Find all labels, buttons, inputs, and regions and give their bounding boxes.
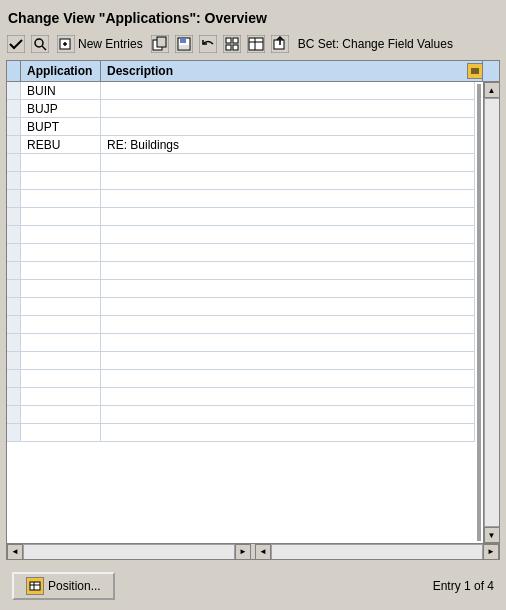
toolbar: New Entries [6, 32, 500, 60]
cell-description[interactable] [101, 406, 475, 423]
table-row[interactable] [7, 298, 475, 316]
cell-description[interactable] [101, 172, 475, 189]
table-row[interactable] [7, 172, 475, 190]
cell-application[interactable] [21, 244, 101, 261]
cell-application[interactable]: BUIN [21, 82, 101, 99]
cell-description[interactable] [101, 334, 475, 351]
cell-application[interactable] [21, 226, 101, 243]
cell-description[interactable] [101, 118, 475, 135]
find-icon[interactable] [30, 34, 50, 54]
cell-description[interactable] [101, 190, 475, 207]
row-selector [7, 208, 21, 225]
cell-application[interactable] [21, 370, 101, 387]
table-row[interactable]: BUJP [7, 100, 475, 118]
scroll-right-button-2[interactable]: ► [483, 544, 499, 560]
table-row[interactable] [7, 316, 475, 334]
cell-application[interactable] [21, 334, 101, 351]
cell-description[interactable] [101, 226, 475, 243]
row-selector [7, 190, 21, 207]
table-row[interactable] [7, 262, 475, 280]
table-row[interactable] [7, 154, 475, 172]
cell-description[interactable] [101, 208, 475, 225]
row-selector [7, 136, 21, 153]
table-row[interactable] [7, 190, 475, 208]
table-row[interactable] [7, 226, 475, 244]
table-row[interactable] [7, 370, 475, 388]
new-entries-button[interactable]: New Entries [54, 34, 146, 54]
table-row[interactable]: BUIN [7, 82, 475, 100]
cell-description[interactable] [101, 82, 475, 99]
cell-application[interactable] [21, 298, 101, 315]
grid-icon[interactable] [222, 34, 242, 54]
cell-application[interactable] [21, 424, 101, 441]
svg-rect-33 [30, 582, 40, 590]
cell-description[interactable] [101, 424, 475, 441]
h-scroll-track[interactable] [23, 544, 235, 560]
table-row[interactable]: REBURE: Buildings [7, 136, 475, 154]
scroll-left-button-2[interactable]: ◄ [255, 544, 271, 560]
row-selector [7, 334, 21, 351]
cell-application[interactable] [21, 190, 101, 207]
scroll-up-button[interactable]: ▲ [484, 82, 500, 98]
table-row[interactable] [7, 424, 475, 442]
export-icon[interactable] [270, 34, 290, 54]
column-resize-handle[interactable] [477, 84, 481, 541]
scroll-left-button[interactable]: ◄ [7, 544, 23, 560]
table-row[interactable] [7, 388, 475, 406]
table-row[interactable] [7, 208, 475, 226]
cell-application[interactable] [21, 352, 101, 369]
cell-application[interactable] [21, 280, 101, 297]
cell-description[interactable] [101, 280, 475, 297]
cell-description[interactable] [101, 388, 475, 405]
cell-description[interactable] [101, 244, 475, 261]
cell-description[interactable] [101, 316, 475, 333]
table-row[interactable] [7, 406, 475, 424]
position-button[interactable]: Position... [12, 572, 115, 600]
cell-description[interactable]: RE: Buildings [101, 136, 475, 153]
table-icon[interactable] [246, 34, 266, 54]
entry-status: Entry 1 of 4 [433, 579, 494, 593]
cell-application[interactable] [21, 154, 101, 171]
cell-application[interactable] [21, 172, 101, 189]
cell-description[interactable] [101, 352, 475, 369]
cell-application[interactable] [21, 316, 101, 333]
table-row[interactable] [7, 352, 475, 370]
horizontal-scrollbar[interactable]: ◄ ► ◄ ► [7, 543, 499, 559]
cell-application[interactable] [21, 388, 101, 405]
vertical-scrollbar[interactable]: ▲ ▼ [483, 82, 499, 543]
svg-rect-10 [157, 37, 166, 47]
row-selector [7, 298, 21, 315]
copy-icon[interactable] [150, 34, 170, 54]
cell-application[interactable] [21, 262, 101, 279]
check-icon[interactable] [6, 34, 26, 54]
table-row[interactable] [7, 244, 475, 262]
cell-description[interactable] [101, 100, 475, 117]
cell-application[interactable] [21, 208, 101, 225]
cell-description[interactable] [101, 262, 475, 279]
cell-description[interactable] [101, 298, 475, 315]
column-options-icon[interactable] [467, 63, 483, 79]
row-selector [7, 352, 21, 369]
row-selector [7, 262, 21, 279]
cell-application[interactable]: BUJP [21, 100, 101, 117]
cell-application[interactable]: BUPT [21, 118, 101, 135]
svg-rect-13 [180, 38, 186, 43]
cell-application[interactable]: REBU [21, 136, 101, 153]
save-icon[interactable] [174, 34, 194, 54]
scroll-track[interactable] [484, 98, 500, 527]
table-row[interactable] [7, 334, 475, 352]
column-header-application: Application [21, 61, 101, 81]
svg-rect-26 [274, 40, 284, 49]
scroll-right-button[interactable]: ► [235, 544, 251, 560]
footer-bar: Position... Entry 1 of 4 [6, 564, 500, 604]
cell-description[interactable] [101, 370, 475, 387]
cell-application[interactable] [21, 406, 101, 423]
scroll-down-button[interactable]: ▼ [484, 527, 500, 543]
undo-icon[interactable] [198, 34, 218, 54]
h-scroll-track-2[interactable] [271, 544, 483, 560]
cell-description[interactable] [101, 154, 475, 171]
table-header: Application Description [7, 61, 499, 82]
table-row[interactable]: BUPT [7, 118, 475, 136]
table-row[interactable] [7, 280, 475, 298]
row-selector [7, 316, 21, 333]
